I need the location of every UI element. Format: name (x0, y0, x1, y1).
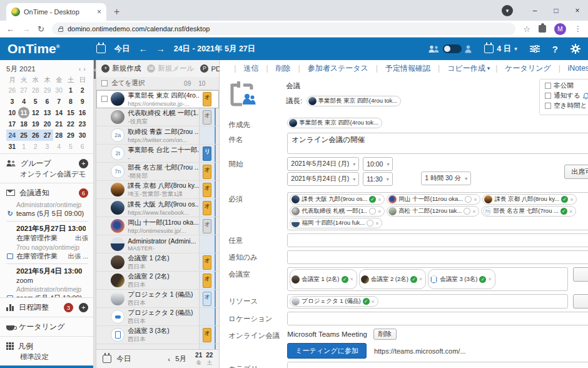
list-item[interactable]: 会議室 2 (2名) 西日本 オ (96, 272, 219, 290)
rooms-box[interactable]: 会議室 1 (2名) ✓ × 会議室 2 (2名) ✓ × (287, 267, 568, 291)
calendar-day[interactable]: 11 (18, 107, 30, 118)
extensions-icon[interactable] (539, 25, 546, 33)
calendar-day[interactable]: 29 (65, 130, 77, 141)
calendar-day[interactable]: 3 (6, 96, 18, 107)
new-mail-button[interactable]: ✉ 新規メール (147, 64, 194, 73)
calendar-day[interactable]: 9 (76, 96, 88, 107)
online-remove-button[interactable]: 削除 (373, 329, 397, 340)
attendee-pill[interactable]: 福岡 十四郎(14rou fuk... ✓ × (290, 218, 382, 228)
calendar-day[interactable]: 28 (29, 84, 41, 96)
timeline-event-block[interactable]: オ (203, 292, 211, 306)
meeting-url-link[interactable]: https://teams.microsoft.com/... (374, 347, 466, 355)
fyi-input[interactable] (287, 250, 588, 264)
timeline-event-block[interactable]: オ (203, 183, 211, 197)
footer-prev-button[interactable]: ‹ (168, 355, 170, 363)
end-date-select[interactable]: 2021年5月24日 (月)▾ (287, 172, 359, 186)
calendar-day[interactable]: 6 (41, 96, 53, 107)
attendee-pill[interactable]: 7n 部長 名古屋 七郎(7rou ... ✓ × (481, 206, 576, 217)
flag-option[interactable]: 空き時間として扱う (545, 101, 588, 110)
list-item[interactable]: プロジェクタ 2 (備品) 西日本 (96, 308, 219, 326)
notification-line[interactable]: 在庫管理作業 出張 (6, 233, 88, 243)
form-toolbar-button[interactable]: ケータリング (490, 63, 553, 74)
prev-range-button[interactable]: ← (139, 44, 148, 54)
timeline-event-block[interactable]: オ (203, 273, 211, 288)
required-attendees-box[interactable]: 課長 大阪 九郎(9rou os... ✓ × 岡山 十一郎(11rou oka… (287, 192, 588, 230)
duration-select[interactable]: 1 時間 30 分▾ (421, 171, 471, 185)
calendar-day[interactable]: 10 (6, 107, 18, 118)
calendar-day[interactable]: 22 (65, 118, 77, 130)
calendar-day[interactable]: 23 (76, 118, 88, 130)
remove-attendee-icon[interactable]: × (570, 197, 573, 203)
list-item[interactable]: 2t 事業部長 台北 二十一郎... - リ (96, 145, 219, 163)
add-scheduling-button[interactable]: + (79, 303, 88, 312)
list-item[interactable]: 課長 京都 八郎(8rou ky... 埼玉-営業部-営業1課 オ (96, 181, 219, 199)
notification-line[interactable]: 2021年5月4日 13:00 (6, 267, 88, 276)
reload-icon[interactable]: ↻ (38, 24, 44, 34)
bookmark-icon[interactable]: ☆ (523, 24, 530, 34)
tab-close-icon[interactable]: × (97, 8, 101, 16)
calendar-day[interactable]: 15 (65, 107, 77, 118)
form-toolbar-button[interactable]: 予定情報確認 (370, 63, 432, 74)
calendar-day[interactable]: 12 (29, 107, 41, 118)
meeting-notice-header[interactable]: 会議通知 6 (0, 183, 93, 200)
list-item[interactable]: 岡山 十一郎(11rou oka... http://ontimesuite.j… (96, 217, 219, 235)
scheduling-section[interactable]: 日程調整 3 + (0, 297, 93, 317)
remove-room-icon[interactable]: × (488, 276, 491, 282)
footer-day-column[interactable]: 21金 (195, 352, 202, 366)
list-item[interactable]: 会議室 3 (3名) 西日本 オ (96, 326, 219, 344)
catering-section[interactable]: ケータリング (0, 317, 93, 336)
remove-attendee-icon[interactable]: × (378, 197, 381, 203)
settings-gear-icon[interactable] (570, 44, 580, 54)
timeline-event-block[interactable]: オ (203, 219, 211, 233)
calendar-day[interactable]: 2 (76, 84, 88, 96)
attendee-pill[interactable]: 代表取締役 札幌 一郎(1... ✓ × (290, 206, 385, 217)
remove-attendee-icon[interactable]: × (474, 197, 477, 203)
day-view-selector[interactable]: 4 日 ▾ (484, 44, 517, 54)
next-range-button[interactable]: → (156, 44, 165, 54)
calendar-day[interactable]: 16 (76, 107, 88, 118)
calendar-day[interactable]: 2 (29, 141, 41, 152)
list-item[interactable]: Administrator (Admini... MASTER- (96, 235, 219, 253)
row-checkbox[interactable] (101, 96, 108, 102)
attendee-pill[interactable]: 課長 京都 八郎(8rou ky... ✓ × (482, 194, 577, 205)
notification-line[interactable] (6, 263, 88, 264)
start-time-select[interactable]: 10:00▾ (363, 157, 393, 171)
calendar-day[interactable]: 26 (6, 84, 18, 96)
calendar-day[interactable]: 27 (18, 84, 30, 96)
group-item-online-demo[interactable]: オンライン会議デモ (20, 170, 88, 180)
calendar-day[interactable]: 14 (53, 107, 65, 118)
timeline-event-block[interactable]: オ (203, 201, 211, 215)
notification-line[interactable]: 在庫管理作業 出張 ... (6, 252, 88, 261)
list-item[interactable]: 2a 取締役 青森 二郎(2rou ... https://twitter.co… (96, 126, 219, 145)
calendar-day[interactable]: 26 (29, 130, 41, 141)
window-minimize-button[interactable]: – (524, 6, 545, 15)
timeline-event-block[interactable]: オ (203, 165, 211, 179)
calendar-day[interactable]: 24 (6, 130, 18, 141)
attendee-pill[interactable]: 課長 大阪 九郎(9rou os... ✓ × (290, 194, 385, 205)
calendar-day[interactable]: 13 (41, 107, 53, 118)
created-for-pill[interactable]: 事業部長 東京 四郎(4rou tok... (287, 118, 382, 128)
notification-line[interactable]: 7rou nagoya/ontimejp (6, 243, 88, 252)
calendar-day[interactable]: 28 (53, 130, 65, 141)
attendee-pill[interactable]: 高松 十二郎(12rou tak... ✓ × (387, 206, 479, 217)
list-item[interactable]: 課長 大阪 九郎(9rou os... https://www.facebook… (96, 199, 219, 217)
subject-input[interactable]: オンライン会議の開催 (287, 133, 588, 154)
timeline-event-block[interactable]: リ (203, 146, 211, 161)
new-tab-button[interactable]: + (114, 6, 119, 21)
list-item[interactable]: 事業部長 東京 四郎(4ro... https://ontimesuite.jp… (96, 90, 219, 108)
calendar-day[interactable]: 18 (18, 118, 30, 130)
room-pill[interactable]: 会議室 2 (2名) ✓ × (359, 269, 426, 289)
remove-attendee-icon[interactable]: × (472, 208, 475, 215)
attendee-pill[interactable]: 岡山 十一郎(11rou oka... ✓ × (387, 194, 480, 205)
notification-line[interactable]: teams (5月 5日 09:00) (6, 209, 88, 218)
calendar-day[interactable]: 5 (29, 96, 41, 107)
timeline-event-block[interactable]: オ (203, 92, 211, 106)
chair-pill[interactable]: 事業部長 東京 四郎(4rou tok... (307, 96, 402, 106)
back-icon[interactable]: ← (6, 24, 14, 34)
calendar-day[interactable]: 25 (18, 130, 30, 141)
calendar-day[interactable]: 3 (41, 141, 53, 152)
filters-icon[interactable] (530, 45, 540, 53)
calendar-day[interactable]: 1 (18, 141, 30, 152)
calendar-day[interactable]: 31 (6, 141, 18, 152)
browser-tab[interactable]: OnTime - Desktop × (6, 3, 106, 21)
